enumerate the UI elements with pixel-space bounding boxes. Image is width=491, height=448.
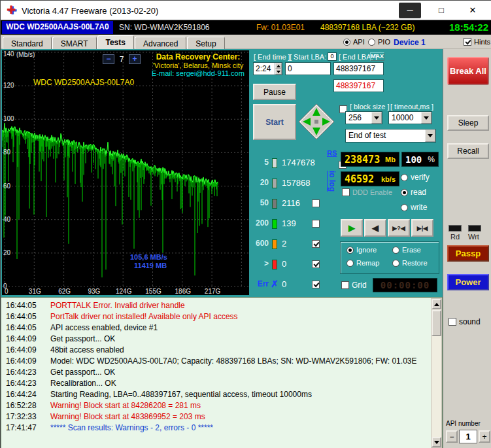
butterfly-seek-button[interactable]: ▶|◀ <box>411 219 433 237</box>
mode-radio-write[interactable]: write <box>401 203 427 212</box>
log-time: 16:44:05 <box>6 300 50 311</box>
scroll-up-button[interactable] <box>432 299 441 309</box>
pio-radio[interactable]: PIO <box>368 38 390 46</box>
api-radio[interactable]: API <box>343 38 365 46</box>
api-number-plus-button[interactable]: + <box>479 430 490 443</box>
log-scrollbar[interactable] <box>431 298 442 448</box>
start-lba-field[interactable]: 0 <box>285 62 331 75</box>
error-action-group: IgnoreEraseRemapRestore <box>340 241 439 274</box>
scroll-down-button[interactable] <box>432 437 441 447</box>
write-led <box>468 225 481 232</box>
mode-radio-verify[interactable]: verify <box>401 173 430 182</box>
checkbox-icon <box>341 281 349 289</box>
play-forward-button[interactable]: ▶ <box>341 219 363 237</box>
stat-checkbox[interactable] <box>312 240 320 248</box>
close-button[interactable]: ✕ <box>462 3 484 18</box>
sleep-button[interactable]: Sleep <box>447 115 489 131</box>
arrow-up-icon <box>434 303 439 306</box>
scrollbar-thumb[interactable] <box>432 310 441 336</box>
read-led <box>449 225 462 232</box>
banner-location: 'Victoria', Belarus, Minsk city <box>148 61 248 69</box>
start-lba-mini-field[interactable]: 0 <box>328 52 337 61</box>
end-lba-value: 488397167 <box>334 63 383 75</box>
max-lba-button[interactable]: MAX <box>370 52 384 61</box>
write-led-label: Wrt <box>468 233 479 241</box>
x-axis-label: 0 <box>5 288 8 295</box>
dropdown-arrow-icon[interactable] <box>371 112 382 124</box>
recall-button[interactable]: Recall <box>447 143 489 159</box>
tab-smart[interactable]: SMART <box>52 37 97 49</box>
ddd-enable-checkbox[interactable]: DDD Enable <box>342 188 392 196</box>
stat-row-20: 20157868 <box>252 178 337 190</box>
drive-firmware: Fw: 01.03E01 <box>256 23 305 32</box>
grid-checkbox[interactable]: Grid <box>341 281 367 290</box>
titlebar[interactable]: ✚ Victoria 4.47 Freeware (2013-02-20) ─ … <box>1 1 491 20</box>
random-seek-button[interactable]: ▶?◀ <box>388 219 410 237</box>
dropdown-arrow-icon[interactable] <box>425 129 435 142</box>
stat-count: 0 <box>282 259 286 269</box>
log-time: 16:44:09 <box>6 345 50 356</box>
device-label: Device 1 <box>394 38 426 47</box>
tab-tests[interactable]: Tests <box>97 35 134 49</box>
end-lba-field[interactable]: 488397167 <box>333 62 384 75</box>
spin-down-icon[interactable] <box>275 69 282 75</box>
x-axis-label: 155G <box>145 288 162 295</box>
end-time-field[interactable]: 2:24 <box>253 62 282 75</box>
hints-checkbox[interactable]: Hints <box>464 38 490 46</box>
stat-checkbox[interactable] <box>312 260 320 268</box>
y-axis-label: 60 <box>3 182 10 190</box>
passport-button[interactable]: Passp <box>447 245 489 262</box>
power-button[interactable]: Power <box>447 274 489 290</box>
current-lba-field[interactable]: 488397167 <box>333 79 384 92</box>
log-time: 16:44:09 <box>6 334 50 345</box>
end-action-combo[interactable]: End of test <box>345 129 436 143</box>
pause-button[interactable]: Pause <box>253 84 296 100</box>
latency-bar-icon <box>272 260 277 269</box>
action-radio-restore[interactable]: Restore <box>392 259 428 267</box>
api-number-field[interactable]: 1 <box>459 430 477 443</box>
zoom-in-button[interactable]: + <box>129 54 141 64</box>
break-all-button[interactable]: Break All <box>447 57 489 85</box>
timeout-combo[interactable]: 10000 <box>388 111 432 124</box>
block-size-value: 256 <box>346 112 371 124</box>
tab-standard[interactable]: Standard <box>3 37 52 49</box>
action-radio-label: Erase <box>402 246 421 254</box>
block-size-combo[interactable]: 256 <box>345 111 382 124</box>
clock: 18:54:22 <box>449 22 488 33</box>
zoom-out-button[interactable]: − <box>103 54 114 64</box>
log-line: 16:44:23Recalibration... OK <box>6 378 428 389</box>
start-button[interactable]: Start <box>253 104 296 140</box>
mode-radio-read[interactable]: read <box>401 188 426 197</box>
stat-checkbox[interactable] <box>312 199 320 207</box>
drive-model: WDC WD2500AAJS-00L7A0 <box>2 21 113 34</box>
tab-setup[interactable]: Setup <box>187 37 224 49</box>
action-radio-ignore[interactable]: Ignore <box>347 246 377 254</box>
log-line: 16:44:23Get passport... OK <box>6 367 428 378</box>
speed-lcd: 46592 kb/s <box>341 171 399 186</box>
log-message: ***** Scan results: Warnings - 2, errors… <box>50 422 213 434</box>
play-backward-button[interactable]: ◀ <box>364 219 386 237</box>
maximize-button[interactable]: □ <box>430 3 452 18</box>
minimize-button[interactable]: ─ <box>399 3 421 18</box>
stat-checkbox[interactable] <box>312 220 320 228</box>
action-radio-erase[interactable]: Erase <box>392 246 421 254</box>
radio-icon <box>401 204 408 211</box>
time-spinner[interactable] <box>275 63 282 75</box>
action-radio-remap[interactable]: Remap <box>347 259 379 267</box>
stat-bucket-label: 20 <box>252 178 269 187</box>
mb-value: 238473 <box>345 154 380 165</box>
dropdown-arrow-icon[interactable] <box>421 112 432 124</box>
speed-annotation: 105,6 MB/s <box>130 253 167 261</box>
drive-info-bar: WDC WD2500AAJS-00L7A0 SN: WD-WMAV2K59180… <box>1 20 491 35</box>
rs-link[interactable]: RS <box>327 149 337 157</box>
direction-pad[interactable] <box>297 103 335 141</box>
percent-value: 100 <box>405 154 422 165</box>
stat-checkbox[interactable] <box>312 281 320 288</box>
sound-checkbox[interactable]: sound <box>449 317 481 326</box>
spin-up-icon[interactable] <box>275 63 282 69</box>
api-number-minus-button[interactable]: − <box>446 430 458 443</box>
tab-advanced[interactable]: Advanced <box>135 37 186 49</box>
victoria-app-window: ✚ Victoria 4.47 Freeware (2013-02-20) ─ … <box>0 0 491 448</box>
api-number-label: API number <box>446 420 481 427</box>
checkbox-icon <box>464 38 471 46</box>
